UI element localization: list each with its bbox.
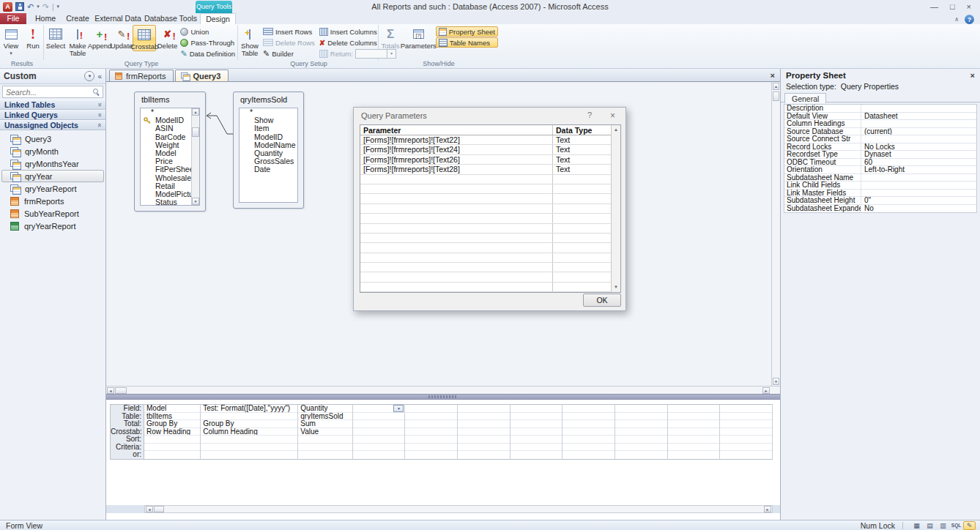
parameter-row-empty[interactable] [360, 224, 611, 234]
grid-cell[interactable] [405, 428, 457, 436]
parameter-row[interactable]: [Forms]![frmreports]![Text22]Text [360, 135, 611, 145]
property-row[interactable]: Description [784, 105, 976, 113]
tab-design[interactable]: Design [200, 13, 236, 24]
parameter-row-empty[interactable] [360, 214, 611, 223]
property-row[interactable]: Subdatasheet ExpandedNo [784, 205, 976, 213]
grid-cell-crosstab[interactable]: Column Heading [201, 428, 297, 436]
field-item[interactable]: FitPerSheet [141, 165, 199, 173]
nav-group-unassigned-objects[interactable]: Unassigned Objects « [0, 120, 105, 130]
grid-cell[interactable] [405, 420, 457, 428]
parameter-row-empty[interactable] [360, 234, 611, 243]
grid-cell[interactable] [458, 420, 510, 428]
scroll-left-icon[interactable]: ◄ [146, 506, 153, 512]
grid-cell-total[interactable]: Group By [201, 420, 297, 428]
property-row[interactable]: Subdatasheet Height0" [784, 197, 976, 205]
scroll-up-icon[interactable]: ▲ [192, 108, 199, 116]
field-item[interactable]: ASIN [141, 124, 199, 132]
grid-cell[interactable] [405, 444, 457, 452]
grid-cell[interactable] [615, 444, 667, 452]
tab-general[interactable]: General [784, 93, 826, 103]
property-row[interactable]: Column Headings [784, 120, 976, 128]
grid-cell[interactable] [720, 413, 772, 421]
scrollbar-thumb[interactable] [192, 127, 199, 137]
nav-item-query3[interactable]: Query3 [1, 132, 104, 145]
grid-cell[interactable] [720, 451, 772, 459]
grid-cell[interactable] [668, 420, 720, 428]
grid-cell-field[interactable]: Model [144, 405, 200, 413]
grid-cell[interactable] [563, 405, 615, 413]
grid-cell[interactable] [563, 444, 615, 452]
grid-cell[interactable] [511, 436, 563, 444]
grid-cell[interactable] [668, 436, 720, 444]
tab-create[interactable]: Create [63, 13, 92, 24]
ok-button[interactable]: OK [583, 294, 621, 307]
property-row[interactable]: Link Child Fields [784, 182, 976, 190]
scroll-down-icon[interactable]: ▼ [773, 378, 779, 385]
parameters-button[interactable]: [?] Parameters [401, 25, 436, 50]
property-row[interactable]: Subdatasheet Name [784, 174, 976, 182]
scroll-left-icon[interactable]: ◄ [107, 387, 114, 394]
data-definition-button[interactable]: ✎ Data Definition [178, 48, 237, 59]
field-item[interactable]: Status [141, 198, 199, 206]
shutter-bar-close-icon[interactable]: « [97, 72, 102, 81]
parameter-row-empty[interactable] [360, 175, 611, 184]
show-table-button[interactable]: + Show Table [239, 25, 261, 57]
doc-tab-query3[interactable]: Query3 [175, 70, 229, 81]
grid-cell-table[interactable]: tblItems [144, 413, 200, 421]
view-button[interactable]: View ▾ [0, 25, 22, 56]
grid-cell-or[interactable] [298, 451, 352, 459]
nav-menu-dropdown-icon[interactable]: ▼ [84, 71, 94, 81]
delete-button[interactable]: ✘! Delete [156, 25, 178, 50]
grid-cell[interactable] [405, 436, 457, 444]
grid-cell[interactable] [458, 444, 510, 452]
property-row[interactable]: OrientationLeft-to-Right [784, 166, 976, 174]
pass-through-button[interactable]: Pass-Through [178, 37, 237, 48]
grid-cell-sort[interactable] [201, 436, 297, 444]
grid-cell-criteria[interactable] [298, 444, 352, 452]
grid-cell[interactable] [668, 444, 720, 452]
tab-external-data[interactable]: External Data [92, 13, 144, 24]
grid-cell[interactable] [563, 451, 615, 459]
field-item[interactable]: Date [240, 165, 297, 173]
sql-view-icon[interactable]: SQL [950, 521, 962, 530]
nav-item-qrymonth[interactable]: qryMonth [1, 145, 104, 157]
grid-cell[interactable] [615, 405, 667, 413]
grid-cell[interactable] [615, 420, 667, 428]
dialog-close-icon[interactable]: × [610, 111, 615, 121]
property-row[interactable]: Recordset TypeDynaset [784, 151, 976, 159]
grid-horizontal-scrollbar[interactable]: ◄ ► [144, 505, 773, 513]
scrollbar-thumb[interactable] [154, 506, 164, 512]
close-button[interactable]: × [967, 2, 971, 11]
grid-cell[interactable] [563, 420, 615, 428]
grid-cell[interactable] [720, 405, 772, 413]
property-row[interactable]: ODBC Timeout60 [784, 159, 976, 167]
pane-splitter[interactable] [106, 394, 780, 400]
grid-cell-crosstab[interactable]: Row Heading [144, 428, 200, 436]
grid-cell-sort[interactable] [298, 436, 352, 444]
field-dropdown-icon[interactable]: ▼ [393, 405, 404, 412]
redo-icon[interactable]: ↷ [42, 3, 49, 11]
grid-cell[interactable] [615, 451, 667, 459]
document-close-icon[interactable]: × [771, 71, 775, 80]
grid-cell-total[interactable]: Group By [144, 420, 200, 428]
parameter-row[interactable]: [Forms]![frmreports]![Text24]Text [360, 145, 611, 154]
grid-cell[interactable] [511, 413, 563, 421]
parameter-row-empty[interactable] [360, 184, 611, 194]
field-item[interactable]: Wholesale [141, 174, 199, 182]
grid-cell[interactable] [563, 436, 615, 444]
parameter-row-empty[interactable] [360, 194, 611, 204]
grid-cell-field[interactable]: Quantity [298, 405, 352, 413]
field-list-scrollbar[interactable]: ▲ ▼ [191, 108, 199, 205]
builder-button[interactable]: ✎ Builder [261, 48, 317, 59]
parameter-row[interactable]: [Forms]![frmreports]![Text26]Text [360, 155, 611, 165]
access-logo-icon[interactable]: A [3, 2, 12, 12]
parameter-row-empty[interactable] [360, 263, 611, 272]
grid-cell-table[interactable] [201, 413, 297, 421]
grid-cell-criteria[interactable] [353, 444, 405, 452]
nav-item-qryyearreport[interactable]: qryYearReport [1, 182, 104, 195]
grid-cell-field-active[interactable]: ▼ [353, 405, 405, 413]
grid-cell-table[interactable]: qryItemsSold [298, 413, 352, 421]
grid-cell[interactable] [511, 444, 563, 452]
design-view-icon[interactable]: ✎ [963, 521, 976, 530]
undo-icon[interactable]: ↶ [27, 3, 34, 11]
